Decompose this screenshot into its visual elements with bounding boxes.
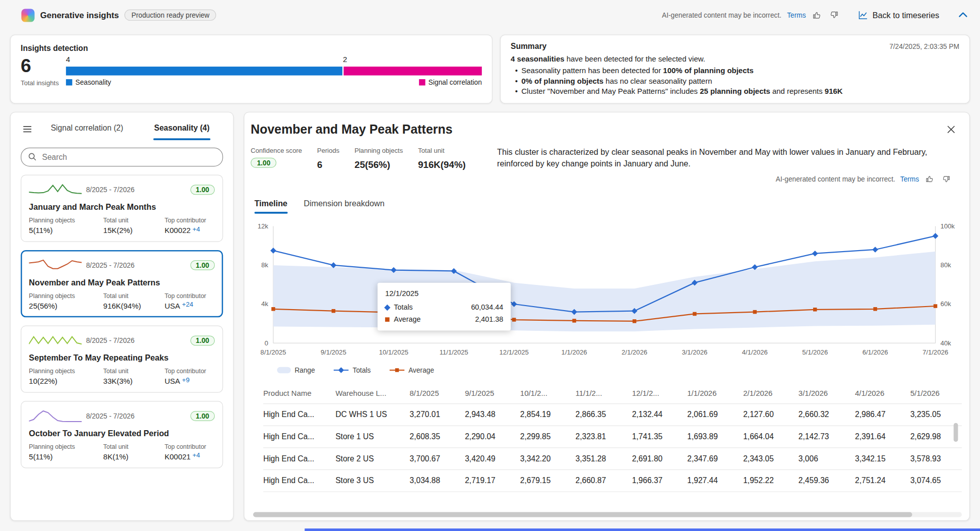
- cluster-sparkline-icon: [29, 332, 82, 348]
- timeline-chart: 04k8k12k40k60k80k100k8/1/20259/1/202510/…: [251, 220, 964, 361]
- search-icon: [28, 152, 37, 163]
- legend-label: Average: [408, 367, 434, 374]
- legend-item-range[interactable]: Range: [277, 367, 315, 374]
- summary-panel: Summary 7/24/2025, 2:03:35 PM 4 seasonal…: [500, 35, 970, 104]
- svg-text:2/1/2026: 2/1/2026: [622, 348, 647, 356]
- legend-item-average[interactable]: Average: [390, 367, 434, 374]
- tooltip-series-name: Average: [394, 316, 470, 323]
- tooltip-series-value: 60,034.44: [471, 304, 503, 311]
- summary-bullet: Seasonality pattern has been detected fo…: [511, 66, 959, 76]
- cluster-sparkline-icon: [29, 257, 82, 273]
- seasonality-legend-label: Seasonality: [76, 79, 111, 86]
- legend-label: Totals: [353, 367, 371, 374]
- insights-detection-title: Insights detection: [21, 44, 482, 52]
- signal-legend-label: Signal correlation: [428, 79, 482, 86]
- tooltip-date: 12/1/2025: [385, 289, 503, 298]
- table-cell: 2,132.44: [632, 410, 688, 419]
- contributor-extra-count: +9: [182, 376, 190, 383]
- legend-item-totals[interactable]: Totals: [334, 367, 371, 374]
- cluster-score-badge: 1.00: [190, 260, 215, 270]
- generative-insights-app: Generative insights Production ready pre…: [0, 0, 980, 531]
- table-row[interactable]: High End Ca...Store 2 US3,700.673,420.49…: [263, 448, 962, 470]
- svg-text:60k: 60k: [940, 300, 951, 308]
- svg-text:5/1/2026: 5/1/2026: [802, 348, 828, 356]
- close-icon[interactable]: [945, 124, 956, 135]
- thumbs-down-icon[interactable]: [828, 10, 839, 21]
- summary-bullet: 0% of planning objects has no clear seas…: [511, 76, 959, 86]
- cluster-title: January and March Peak Months: [29, 202, 215, 212]
- horizontal-scrollbar-track[interactable]: [253, 512, 962, 517]
- thumbs-down-icon[interactable]: [940, 173, 951, 185]
- table-cell: 1,664.04: [743, 432, 799, 441]
- table-row[interactable]: High End Ca...Store 3 US3,034.882,719.17…: [263, 470, 962, 492]
- horizontal-scrollbar-thumb[interactable]: [253, 512, 912, 517]
- table-cell: 3,420.49: [465, 454, 520, 463]
- terms-link[interactable]: Terms: [787, 11, 806, 19]
- svg-text:6/1/2026: 6/1/2026: [863, 348, 888, 356]
- total-unit-value: 33K(3%): [103, 377, 165, 386]
- cluster-title: September To May Repeating Peaks: [29, 353, 215, 363]
- table-cell: Store 2 US: [335, 454, 409, 463]
- tab-dimension-breakdown[interactable]: Dimension breakdown: [304, 199, 385, 214]
- table-cell: 2,608.35: [409, 432, 465, 441]
- metric-label: Periods: [317, 146, 339, 154]
- metric-total-unit: Total unit 916K(94%): [418, 146, 466, 169]
- metric-value: 1.00: [251, 158, 277, 168]
- thumbs-up-icon[interactable]: [924, 173, 935, 185]
- svg-text:4/1/2026: 4/1/2026: [742, 348, 768, 356]
- metric-periods: Periods 6: [317, 146, 339, 169]
- metric-planning-objects: Planning objects 25(56%): [354, 146, 403, 169]
- table-row[interactable]: High End Ca...Store 1 US2,608.352,290.04…: [263, 426, 962, 448]
- table-cell: 2,323.81: [575, 432, 632, 441]
- table-row[interactable]: High End Ca...DC WHS 1 US3,270.012,943.4…: [263, 404, 962, 426]
- tab-signal-correlation[interactable]: Signal correlation (2): [40, 116, 135, 142]
- cluster-card[interactable]: 8/2025 - 7/20261.00September To May Repe…: [21, 326, 223, 393]
- table-cell: 3,578.93: [910, 454, 962, 463]
- average-marker-icon: [385, 317, 390, 322]
- column-header: 2/1/2026: [743, 389, 799, 397]
- table-cell: 1,966.37: [632, 477, 688, 485]
- chevron-up-icon[interactable]: [956, 8, 970, 22]
- table-cell: 2,127.60: [743, 410, 799, 419]
- table-cell: 2,943.48: [465, 410, 520, 419]
- seasonality-count: 4: [66, 55, 70, 64]
- signal-legend-swatch: [419, 79, 425, 85]
- back-to-timeseries-link[interactable]: Back to timeseries: [858, 10, 939, 20]
- cluster-card[interactable]: 8/2025 - 7/20261.00October To January El…: [21, 401, 223, 468]
- vertical-scrollbar[interactable]: [954, 423, 958, 442]
- table-cell: 2,854.19: [520, 410, 576, 419]
- summary-bullet-list: Seasonality pattern has been detected fo…: [511, 66, 959, 97]
- svg-text:8/1/2025: 8/1/2025: [261, 348, 286, 356]
- signal-bar-segment: [344, 67, 482, 75]
- table-cell: DC WHS 1 US: [335, 410, 409, 419]
- metric-value: 25(56%): [354, 159, 403, 169]
- total-unit-value: 8K(1%): [103, 452, 165, 461]
- cluster-card[interactable]: 8/2025 - 7/20261.00January and March Pea…: [21, 174, 223, 242]
- table-cell: 2,866.35: [575, 410, 632, 419]
- cluster-detail-title: November and May Peak Patterns: [251, 123, 960, 137]
- total-unit-value: 15K(2%): [103, 226, 165, 235]
- cluster-sparkline-icon: [29, 408, 82, 424]
- cluster-date-range: 8/2025 - 7/2026: [86, 261, 190, 269]
- top-contributor-value: USA+9: [165, 377, 215, 386]
- signal-count: 2: [343, 55, 347, 64]
- terms-link[interactable]: Terms: [900, 175, 919, 183]
- top-contributor-value: K00021+4: [165, 452, 215, 461]
- menu-icon[interactable]: [15, 124, 40, 134]
- table-cell: 2,459.36: [799, 477, 855, 485]
- tab-timeline[interactable]: Timeline: [255, 199, 287, 214]
- cluster-card[interactable]: 8/2025 - 7/20261.00November and May Peak…: [21, 250, 223, 317]
- top-contributor-label: Top contributor: [165, 443, 215, 450]
- tab-seasonality[interactable]: Seasonality (4): [135, 116, 229, 142]
- total-unit-label: Total unit: [103, 368, 165, 375]
- cluster-detail-panel: November and May Peak Patterns Confidenc…: [244, 112, 970, 521]
- thumbs-up-icon[interactable]: [812, 10, 823, 21]
- table-cell: 2,299.85: [520, 432, 576, 441]
- column-header: 3/1/2026: [799, 389, 855, 397]
- search-input[interactable]: [21, 148, 223, 166]
- contributor-extra-count: +4: [193, 451, 200, 459]
- totals-line-icon: [334, 367, 349, 373]
- svg-text:12k: 12k: [258, 222, 269, 230]
- tooltip-series-name: Totals: [394, 304, 466, 311]
- cluster-sparkline-icon: [29, 182, 82, 198]
